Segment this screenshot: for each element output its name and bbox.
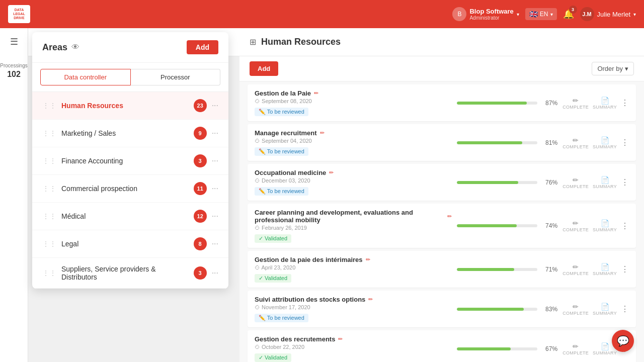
proc-name-row: Suivi attribution des stocks options ✏: [255, 296, 452, 303]
more-options-icon[interactable]: ⋮: [621, 221, 629, 231]
more-options-icon[interactable]: ⋮: [621, 98, 629, 108]
progress-bar-track: [457, 347, 537, 350]
summary-action[interactable]: 📄 SUMMARY: [593, 97, 617, 110]
proc-name: Suivi attribution des stocks options: [255, 296, 365, 303]
edit-icon[interactable]: ✏: [329, 169, 334, 176]
sidebar-header: ☰: [0, 36, 28, 47]
area-name: Human Resources: [61, 102, 189, 110]
table-row: Gestion des recrutements ✏ ⏲ October 22,…: [248, 330, 636, 362]
more-options-icon[interactable]: ⋮: [621, 304, 629, 314]
more-options-icon[interactable]: ···: [212, 129, 218, 138]
proc-date: ⏲ November 17, 2020: [255, 304, 452, 310]
summary-action[interactable]: 📄 SUMMARY: [593, 263, 617, 276]
complete-action[interactable]: ✏ COMPLETE: [562, 263, 589, 276]
drag-handle-icon: ⋮⋮: [42, 212, 56, 220]
proc-info: Occupational medicine ✏ ⏲ December 03, 2…: [255, 169, 452, 196]
drag-handle-icon: ⋮⋮: [42, 157, 56, 165]
area-count-badge: 11: [194, 182, 207, 195]
more-options-icon[interactable]: ···: [212, 268, 218, 278]
proc-actions: ✏ COMPLETE 📄 SUMMARY ⋮: [562, 136, 629, 149]
areas-add-button[interactable]: Add: [187, 40, 218, 54]
org-switcher[interactable]: B Blop Software Administrator ▾: [452, 7, 519, 21]
user-menu[interactable]: J.M Julie Merlet ▾: [580, 7, 636, 21]
chat-bubble[interactable]: 💬: [612, 330, 634, 352]
edit-icon[interactable]: ✏: [338, 336, 343, 342]
progress-bar-track: [457, 102, 537, 105]
menu-icon[interactable]: ☰: [10, 36, 18, 47]
processings-count: 102: [0, 70, 27, 79]
more-options-icon[interactable]: ···: [212, 212, 218, 221]
user-name: Julie Merlet: [597, 11, 630, 18]
lang-code: EN: [540, 11, 548, 18]
summary-label: SUMMARY: [593, 144, 617, 149]
area-item[interactable]: ⋮⋮ Marketing / Sales 9 ···: [32, 120, 228, 147]
more-options-icon[interactable]: ···: [212, 239, 218, 248]
summary-action[interactable]: 📄 SUMMARY: [593, 219, 617, 232]
more-options-icon[interactable]: ···: [212, 156, 218, 165]
language-selector[interactable]: 🇬🇧 EN ▾: [525, 8, 557, 20]
more-options-icon[interactable]: ⋮: [621, 264, 629, 274]
edit-icon[interactable]: ✏: [314, 90, 318, 97]
order-by-label: Order by: [597, 65, 623, 72]
complete-action[interactable]: ✏ COMPLETE: [562, 219, 589, 232]
complete-label: COMPLETE: [562, 350, 589, 355]
area-item[interactable]: ⋮⋮ Médical 12 ···: [32, 203, 228, 230]
notifications-bell[interactable]: 🔔 3: [563, 9, 574, 20]
complete-action[interactable]: ✏ COMPLETE: [562, 303, 589, 316]
progress-bar-fill: [457, 347, 511, 350]
proc-date: ⏲ October 22, 2020: [255, 344, 452, 350]
summary-action[interactable]: 📄 SUMMARY: [593, 136, 617, 149]
progress-bar-track: [457, 141, 537, 144]
drag-handle-icon: ⋮⋮: [42, 102, 56, 110]
complete-icon: ✏: [573, 136, 579, 144]
edit-icon[interactable]: ✏: [368, 296, 373, 303]
edit-icon[interactable]: ✏: [366, 256, 370, 263]
progress-bar-fill: [457, 268, 514, 271]
more-options-icon[interactable]: ⋮: [621, 177, 629, 187]
complete-action[interactable]: ✏ COMPLETE: [562, 136, 589, 149]
grid-icon: ⊞: [250, 37, 256, 47]
more-options-icon[interactable]: ⋮: [621, 138, 629, 147]
proc-progress-section: 81%: [457, 139, 557, 146]
more-options-icon[interactable]: ···: [212, 184, 218, 193]
summary-action[interactable]: 📄 SUMMARY: [593, 303, 617, 316]
proc-date: ⏲ December 03, 2020: [255, 177, 452, 184]
drag-handle-icon: ⋮⋮: [42, 240, 56, 248]
proc-name-row: Occupational medicine ✏: [255, 169, 452, 176]
progress-bar-fill: [457, 308, 524, 311]
add-processing-button[interactable]: Add: [250, 61, 278, 76]
eye-icon[interactable]: 👁: [71, 43, 79, 52]
more-options-icon[interactable]: ···: [212, 101, 218, 110]
tab-processor[interactable]: Processor: [131, 69, 221, 85]
complete-action[interactable]: ✏ COMPLETE: [562, 97, 589, 110]
area-item[interactable]: ⋮⋮ Suppliers, Service providers & Distri…: [32, 258, 228, 289]
table-row: Gestion de la Paie ✏ ⏲ September 08, 202…: [248, 84, 636, 121]
proc-actions: ✏ COMPLETE 📄 SUMMARY ⋮: [562, 219, 629, 232]
logo[interactable]: DATALEGALDRIVE: [8, 5, 30, 23]
tab-data-controller[interactable]: Data controller: [40, 69, 131, 85]
complete-action[interactable]: ✏ COMPLETE: [562, 176, 589, 189]
chat-icon: 💬: [617, 335, 629, 347]
summary-label: SUMMARY: [593, 350, 617, 355]
table-row: Manage recruitment ✏ ⏲ September 04, 202…: [248, 124, 636, 161]
complete-icon: ✏: [573, 219, 579, 227]
org-info: Blop Software Administrator: [469, 8, 513, 21]
complete-action[interactable]: ✏ COMPLETE: [562, 342, 589, 355]
edit-icon[interactable]: ✏: [320, 130, 325, 136]
area-item[interactable]: ⋮⋮ Finance Accounting 3 ···: [32, 147, 228, 175]
complete-label: COMPLETE: [562, 271, 589, 276]
drag-handle-icon: ⋮⋮: [42, 129, 56, 137]
summary-action[interactable]: 📄 SUMMARY: [593, 176, 617, 189]
area-item[interactable]: ⋮⋮ Human Resources 23 ···: [32, 92, 228, 120]
summary-label: SUMMARY: [593, 105, 617, 110]
progress-bar-fill: [457, 141, 522, 144]
proc-name: Manage recruitment: [255, 129, 317, 137]
area-item[interactable]: ⋮⋮ Commercial prospection 11 ···: [32, 175, 228, 203]
edit-icon[interactable]: ✏: [447, 213, 452, 220]
logo-text: DATALEGALDRIVE: [13, 8, 25, 20]
proc-progress-section: 74%: [457, 222, 557, 229]
order-by-select[interactable]: Order by ▾: [592, 62, 634, 75]
area-item[interactable]: ⋮⋮ Legal 8 ···: [32, 230, 228, 258]
sidebar-processings-section: Processings 102: [0, 62, 27, 79]
area-name: Finance Accounting: [61, 157, 189, 165]
